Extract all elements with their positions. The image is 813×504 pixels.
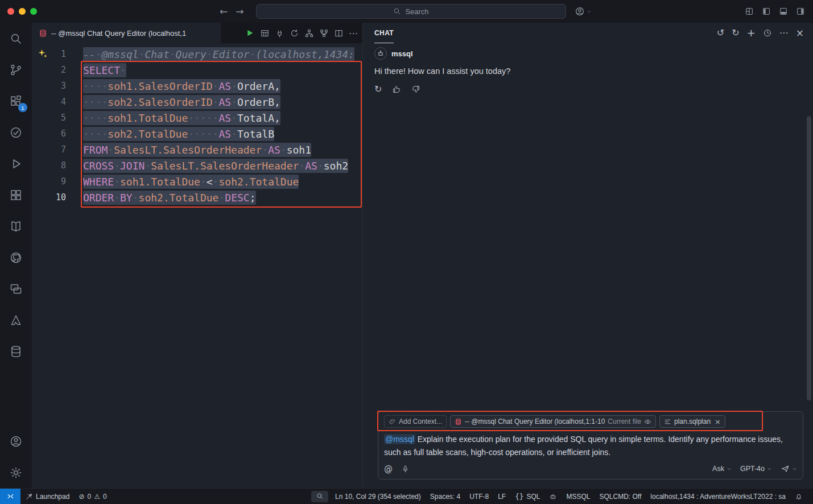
estimated-plan-icon[interactable] bbox=[304, 28, 314, 38]
chat-more-icon[interactable]: ⋯ bbox=[779, 28, 789, 38]
model-dropdown[interactable]: GPT-4o bbox=[740, 465, 772, 473]
code-line[interactable]: 10ORDER·BY·soh2.TotalDue·DESC; bbox=[32, 189, 362, 205]
remote-indicator[interactable] bbox=[0, 489, 20, 504]
remove-chip-icon[interactable]: × bbox=[715, 418, 721, 425]
assistant-message: Hi there! How can I assist you today? bbox=[374, 67, 802, 76]
chat-tab[interactable]: CHAT bbox=[374, 23, 394, 43]
current-file-chip[interactable]: -- @mssql Chat Query Editor (localhost,1… bbox=[450, 415, 656, 428]
braces-icon: {} bbox=[515, 493, 523, 501]
source-control-icon[interactable] bbox=[0, 54, 32, 85]
assistant-name: mssql bbox=[391, 49, 413, 58]
toggle-primary-sidebar-icon[interactable] bbox=[762, 7, 771, 16]
command-center-search[interactable]: Search bbox=[256, 4, 566, 19]
notifications-bell-icon[interactable] bbox=[790, 489, 807, 504]
extensions-badge: 1 bbox=[18, 103, 27, 112]
testing-icon[interactable] bbox=[0, 117, 32, 148]
problems-status[interactable]: ⊘ 0 ⚠ 0 bbox=[74, 489, 111, 504]
close-chat-icon[interactable]: × bbox=[796, 28, 804, 38]
results-grid-icon[interactable] bbox=[260, 28, 270, 38]
regenerate-icon[interactable]: ↻ bbox=[374, 84, 382, 94]
thumbs-down-icon[interactable] bbox=[411, 85, 420, 94]
chat-input-box[interactable]: Add Context... -- @mssql Chat Query Edit… bbox=[378, 411, 803, 480]
code-line[interactable]: 6····soh2.TotalDue·····AS·TotalB bbox=[32, 126, 362, 142]
context-chips-row: Add Context... -- @mssql Chat Query Edit… bbox=[384, 415, 797, 428]
code-line[interactable]: 2SELECT· bbox=[32, 62, 362, 78]
mssql-status[interactable]: MSSQL bbox=[562, 489, 595, 504]
search-icon bbox=[316, 493, 324, 500]
chat-input-toolbar: @ Ask GPT-4o bbox=[384, 464, 797, 474]
line-number: 6 bbox=[32, 129, 66, 139]
back-icon[interactable]: ← bbox=[220, 6, 228, 17]
remote-explorer-icon[interactable] bbox=[0, 273, 32, 304]
copilot-sparkle-icon[interactable] bbox=[38, 48, 48, 59]
encoding-status[interactable]: UTF-8 bbox=[465, 489, 493, 504]
code-line[interactable]: 8CROSS·JOIN·SalesLT.SalesOrderHeader·AS·… bbox=[32, 158, 362, 173]
query-history-icon[interactable] bbox=[0, 210, 32, 242]
run-query-button[interactable] bbox=[245, 28, 255, 38]
connect-plug-icon[interactable] bbox=[275, 28, 284, 38]
editor-tab[interactable]: -- @mssql Chat Query Editor (localhost,1 bbox=[32, 23, 221, 43]
redo-icon[interactable]: ↻ bbox=[732, 28, 739, 38]
more-actions-icon[interactable]: ⋯ bbox=[349, 28, 358, 39]
code-line[interactable]: 9WHERE·soh1.TotalDue·<·soh2.TotalDue bbox=[32, 173, 362, 189]
mode-dropdown[interactable]: Ask bbox=[712, 465, 732, 473]
settings-gear-icon[interactable] bbox=[0, 457, 32, 488]
mention-context-icon[interactable]: @ bbox=[384, 464, 393, 474]
eye-icon[interactable] bbox=[644, 418, 651, 425]
warning-icon: ⚠ bbox=[94, 493, 100, 501]
accounts-icon[interactable] bbox=[0, 425, 32, 457]
microphone-icon[interactable] bbox=[401, 465, 410, 473]
code-line[interactable]: 5····soh1.TotalDue·····AS·TotalA, bbox=[32, 110, 362, 126]
sqlcmd-status[interactable]: SQLCMD: Off bbox=[595, 489, 646, 504]
extensions-icon[interactable]: 1 bbox=[0, 85, 32, 117]
close-window-button[interactable] bbox=[7, 8, 14, 15]
undo-icon[interactable]: ↺ bbox=[717, 28, 724, 38]
cursor-position-status[interactable]: Ln 10, Col 29 (354 selected) bbox=[331, 489, 426, 504]
language-mode-status[interactable]: {} SQL bbox=[510, 489, 544, 504]
chat-scrollbar[interactable] bbox=[807, 116, 811, 400]
run-debug-icon[interactable] bbox=[0, 148, 32, 179]
search-icon bbox=[393, 7, 401, 15]
toggle-panel-icon[interactable] bbox=[779, 7, 788, 16]
split-editor-icon[interactable] bbox=[334, 28, 344, 38]
zoom-window-button[interactable] bbox=[30, 8, 37, 15]
launchpad-status[interactable]: Launchpad bbox=[20, 489, 74, 504]
search-view-icon[interactable] bbox=[0, 23, 32, 54]
code-line[interactable]: 4····soh2.SalesOrderID·AS·OrderB, bbox=[32, 94, 362, 110]
database-projects-icon[interactable] bbox=[0, 336, 32, 367]
code-line[interactable]: 3····soh1.SalesOrderID·AS·OrderA, bbox=[32, 78, 362, 94]
table-designer-icon[interactable] bbox=[0, 179, 32, 210]
line-number: 2 bbox=[32, 65, 66, 75]
azure-icon[interactable] bbox=[0, 304, 32, 336]
plan-file-chip[interactable]: plan.sqlplan × bbox=[659, 415, 725, 428]
line-number: 1 bbox=[32, 49, 66, 59]
code-editor[interactable]: 1--·@mssql·Chat·Query·Editor·(localhost,… bbox=[32, 43, 362, 488]
copilot-robot-icon bbox=[549, 493, 557, 501]
account-menu[interactable] bbox=[575, 0, 592, 23]
change-connection-icon[interactable] bbox=[290, 28, 299, 38]
code-line[interactable]: 7FROM·SalesLT.SalesOrderHeader·AS·soh1 bbox=[32, 142, 362, 158]
thumbs-up-icon[interactable] bbox=[392, 85, 401, 94]
tools-icon bbox=[25, 493, 33, 501]
chat-history-icon[interactable] bbox=[763, 28, 772, 38]
eol-status[interactable]: LF bbox=[493, 489, 510, 504]
code-line[interactable]: 1--·@mssql·Chat·Query·Editor·(localhost,… bbox=[32, 46, 362, 62]
add-context-chip[interactable]: Add Context... bbox=[384, 415, 447, 428]
new-chat-icon[interactable]: + bbox=[747, 28, 756, 38]
copilot-status[interactable] bbox=[544, 489, 562, 504]
mssql-database-icon bbox=[39, 29, 47, 38]
toggle-secondary-sidebar-icon[interactable] bbox=[796, 7, 805, 16]
github-icon[interactable] bbox=[0, 242, 32, 273]
send-options-chevron-icon[interactable] bbox=[792, 466, 797, 472]
minimize-window-button[interactable] bbox=[19, 8, 26, 15]
chat-panel: CHAT ↺ ↻ + ⋯ × mssql Hi there! How can I… bbox=[362, 23, 813, 488]
query-plan-icon[interactable] bbox=[319, 28, 329, 38]
zoom-status-button[interactable] bbox=[311, 491, 328, 502]
connection-status[interactable]: localhost,1434 : AdventureWorksLT2022 : … bbox=[646, 489, 790, 504]
indentation-status[interactable]: Spaces: 4 bbox=[426, 489, 465, 504]
forward-icon[interactable]: → bbox=[236, 6, 244, 17]
chat-prompt-text[interactable]: @mssql Explain the execution plan for th… bbox=[384, 433, 797, 459]
send-icon[interactable] bbox=[781, 464, 790, 473]
status-bar: Launchpad ⊘ 0 ⚠ 0 Ln 10, Col 29 (354 sel… bbox=[0, 488, 813, 504]
customize-layout-icon[interactable] bbox=[745, 7, 754, 16]
